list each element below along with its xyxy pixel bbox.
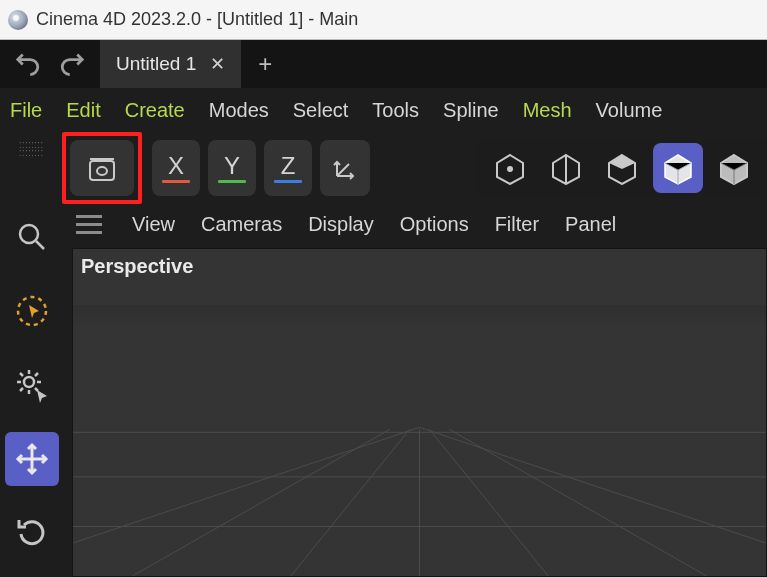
rotate-icon [13, 514, 51, 552]
menu-edit[interactable]: Edit [66, 99, 100, 122]
menu-select[interactable]: Select [293, 99, 349, 122]
axis-gizmo-icon [329, 152, 361, 184]
main-menu-bar: File Edit Create Modes Select Tools Spli… [0, 88, 767, 132]
app-icon [8, 10, 28, 30]
rotate-button[interactable] [5, 506, 59, 560]
axis-z-label: Z [281, 154, 296, 178]
axis-group: X Y Z [152, 140, 370, 196]
settings-button[interactable] [5, 358, 59, 412]
polygon-mode-button[interactable] [597, 143, 647, 193]
search-button[interactable] [5, 210, 59, 264]
texture-mode-icon [717, 151, 751, 185]
viewport-canvas[interactable]: Perspective [72, 248, 767, 577]
svg-point-9 [20, 225, 38, 243]
vpmenu-options[interactable]: Options [400, 213, 469, 236]
axis-y-label: Y [224, 154, 240, 178]
menu-modes[interactable]: Modes [209, 99, 269, 122]
svg-point-1 [97, 167, 107, 175]
component-mode-group [477, 139, 767, 197]
tab-strip: Untitled 1 ✕ + [0, 40, 767, 88]
edge-mode-button[interactable] [541, 143, 591, 193]
project-settings-button[interactable] [70, 140, 134, 196]
tab-label: Untitled 1 [116, 53, 196, 75]
viewport-panel: View Cameras Display Options Filter Pane… [64, 204, 767, 577]
toolbar: :::::::::::::::: X Y Z [0, 132, 767, 204]
axis-x-label: X [168, 154, 184, 178]
axis-gizmo-button[interactable] [320, 140, 370, 196]
svg-point-3 [507, 166, 513, 172]
viewport-menu-bar: View Cameras Display Options Filter Pane… [64, 204, 767, 244]
menu-create[interactable]: Create [125, 99, 185, 122]
move-button[interactable] [5, 432, 59, 486]
svg-rect-0 [90, 161, 114, 180]
project-settings-icon [84, 150, 120, 186]
menu-spline[interactable]: Spline [443, 99, 499, 122]
vpmenu-filter[interactable]: Filter [495, 213, 539, 236]
axis-x-button[interactable]: X [152, 140, 200, 196]
highlight-box [62, 132, 142, 204]
vpmenu-display[interactable]: Display [308, 213, 374, 236]
live-selection-icon [13, 292, 51, 330]
axis-z-button[interactable]: Z [264, 140, 312, 196]
svg-marker-6 [609, 155, 635, 169]
tab-active[interactable]: Untitled 1 ✕ [100, 40, 241, 88]
plus-icon: + [258, 50, 272, 78]
model-mode-icon [661, 151, 695, 185]
vpmenu-panel[interactable]: Panel [565, 213, 616, 236]
menu-volume[interactable]: Volume [596, 99, 663, 122]
close-icon[interactable]: ✕ [210, 53, 225, 75]
polygon-mode-icon [605, 151, 639, 185]
search-icon [13, 218, 51, 256]
vpmenu-view[interactable]: View [132, 213, 175, 236]
viewport-row: View Cameras Display Options Filter Pane… [0, 204, 767, 577]
window-title: Cinema 4D 2023.2.0 - [Untitled 1] - Main [36, 9, 358, 30]
undo-icon[interactable] [14, 47, 44, 81]
menu-mesh[interactable]: Mesh [523, 99, 572, 122]
svg-point-11 [24, 377, 34, 387]
model-mode-button[interactable] [653, 143, 703, 193]
live-selection-button[interactable] [5, 284, 59, 338]
vpmenu-cameras[interactable]: Cameras [201, 213, 282, 236]
move-icon [13, 440, 51, 478]
point-mode-icon [493, 151, 527, 185]
history-controls [0, 47, 100, 81]
menu-tools[interactable]: Tools [372, 99, 419, 122]
menu-file[interactable]: File [10, 99, 42, 122]
grid-floor [73, 249, 766, 576]
redo-icon[interactable] [56, 47, 86, 81]
window-title-bar: Cinema 4D 2023.2.0 - [Untitled 1] - Main [0, 0, 767, 40]
new-tab-button[interactable]: + [241, 50, 289, 78]
axis-y-button[interactable]: Y [208, 140, 256, 196]
side-toolbar [0, 204, 64, 577]
point-mode-button[interactable] [485, 143, 535, 193]
hamburger-icon[interactable] [72, 215, 106, 234]
gear-icon [13, 366, 51, 404]
toolbar-grip: :::::::::::::::: [0, 132, 62, 204]
texture-mode-button[interactable] [709, 143, 759, 193]
edge-mode-icon [549, 151, 583, 185]
